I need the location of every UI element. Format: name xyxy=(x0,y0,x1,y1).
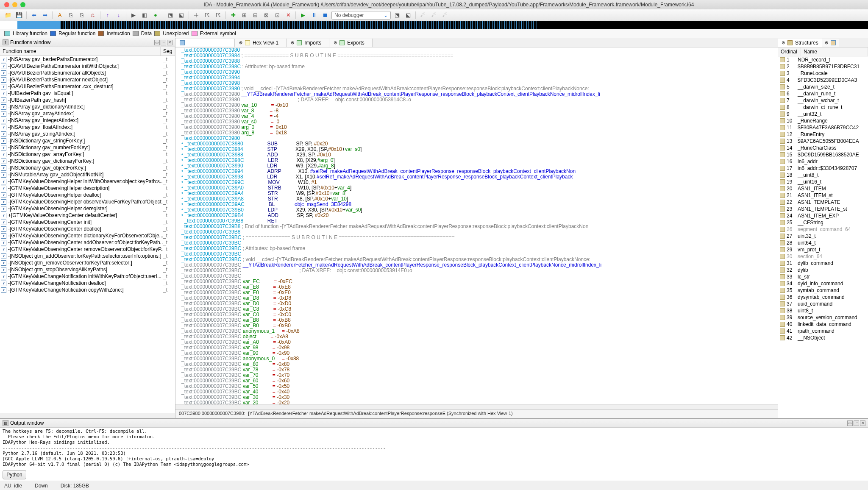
struct-row[interactable]: 39source_version_command xyxy=(778,314,868,321)
struct-row[interactable]: 12_RuneEntry xyxy=(778,131,868,138)
d3-icon[interactable]: ☄ xyxy=(418,11,428,19)
struct-row[interactable]: 9__uint32_t xyxy=(778,111,868,117)
struct-row[interactable]: 29vm_prot_t xyxy=(778,246,868,253)
flag-icon[interactable]: ▶ xyxy=(129,11,138,19)
struct-row[interactable]: 10_RuneRange xyxy=(778,117,868,124)
struct-row[interactable]: 14_RuneCharClass xyxy=(778,145,868,151)
function-row[interactable]: f-[NSArray gav_integerAtIndex:]_t xyxy=(0,117,175,124)
max-light[interactable] xyxy=(20,2,25,7)
functions-list[interactable]: f-[NSArray gav_bezierPathsEnumerator]_tf… xyxy=(0,56,175,413)
min-light[interactable] xyxy=(12,2,17,7)
function-row[interactable]: f-[GTMKeyValueObservingCenter removeObse… xyxy=(0,246,175,253)
struct-row[interactable]: 35symtab_command xyxy=(778,287,868,294)
tool-a-icon[interactable]: A xyxy=(55,11,64,19)
struct-row[interactable]: 5__darwin_size_t xyxy=(778,84,868,90)
struct-row[interactable]: 41rpath_command xyxy=(778,328,868,334)
function-row[interactable]: f-[UIBezierPath gav_hash]_t xyxy=(0,97,175,103)
function-row[interactable]: f-[GAVUIBezierPathsEnumerator initWithOb… xyxy=(0,63,175,70)
tab-exports[interactable]: ⊗Exports xyxy=(329,39,373,47)
functions-scroll-x[interactable] xyxy=(0,413,175,418)
struct-row[interactable]: 25__CFString xyxy=(778,219,868,226)
function-row[interactable]: f-[UIBezierPath gav_isEqual:]_t xyxy=(0,90,175,97)
out-close-icon[interactable]: ✕ xyxy=(860,420,865,426)
function-row[interactable]: f-[GTMKeyValueObservingCenter init]_t xyxy=(0,219,175,226)
struct-row[interactable]: 42__NSObject xyxy=(778,334,868,341)
function-row[interactable]: f-[GTMKeyValueObservingHelper dealloc]_t xyxy=(0,192,175,198)
struct-list[interactable]: 1NDR_record_t2$B8B9B85B971E3DBFC313_Rune… xyxy=(778,56,868,418)
debugger-select[interactable]: No debugger ⌄ xyxy=(331,11,391,19)
function-row[interactable]: f-[NSDictionary gav_arrayForKey:]_t xyxy=(0,151,175,158)
up-icon[interactable]: ↑ xyxy=(103,11,112,19)
out-dock-icon[interactable]: ▭ xyxy=(847,420,853,426)
pane-close-icon[interactable]: ✕ xyxy=(167,40,172,45)
back-icon[interactable]: ⬅ xyxy=(29,11,39,19)
function-row[interactable]: f-[NSDictionary gav_numberForKey:]_t xyxy=(0,144,175,151)
struct-row[interactable]: 8__darwin_ct_rune_t xyxy=(778,104,868,111)
struct-row[interactable]: 22ASN1_TEMPLATE xyxy=(778,199,868,206)
function-row[interactable]: f-[NSArray gav_stringAtIndex:]_t xyxy=(0,131,175,137)
function-row[interactable]: f-[NSObject gtm_addObserver:forKeyPath:s… xyxy=(0,253,175,259)
function-row[interactable]: f-[GTMKeyValueObservingHelper deregister… xyxy=(0,205,175,212)
output-text[interactable]: The hotkeys are F5: decompile, Ctrl-F5: … xyxy=(0,428,868,469)
struct-row[interactable]: 18__uint8_t xyxy=(778,172,868,178)
function-row[interactable]: f-[GTMKeyValueObservingCenter dictionary… xyxy=(0,232,175,239)
struct-row[interactable]: 26segment_command_64 xyxy=(778,226,868,233)
struct-row[interactable]: 40linkedit_data_command xyxy=(778,321,868,328)
tool-d-icon[interactable]: ⎌ xyxy=(88,11,97,19)
struct-row[interactable]: 38uint8_t xyxy=(778,307,868,314)
d5-icon[interactable]: ☄ xyxy=(440,11,450,19)
function-row[interactable]: f-[GAVUIBezierPathsEnumerator allObjects… xyxy=(0,70,175,76)
box-icon[interactable]: ◧ xyxy=(140,11,149,19)
x-icon[interactable]: ✕ xyxy=(284,11,293,19)
struct-row[interactable]: 37uuid_command xyxy=(778,301,868,307)
function-row[interactable]: f+[GTMKeyValueObservingCenter defaultCen… xyxy=(0,212,175,219)
pane-opts-icon[interactable]: ⋯ xyxy=(161,40,166,45)
tab-ida-view[interactable] xyxy=(175,39,235,47)
t5-icon[interactable]: ☈ xyxy=(214,11,223,19)
out-opts-icon[interactable]: ⋯ xyxy=(854,420,859,426)
function-row[interactable]: f-[NSArray gav_dictionaryAtIndex:]_t xyxy=(0,103,175,110)
python-button[interactable]: Python xyxy=(3,470,26,479)
struct-row[interactable]: 19__uint16_t xyxy=(778,178,868,185)
t10-icon[interactable]: ⊡ xyxy=(273,11,282,19)
fwd-icon[interactable]: ➡ xyxy=(40,11,50,19)
function-row[interactable]: f-[NSMutableArray gav_addObjectIfNotNil:… xyxy=(0,171,175,178)
t2-icon[interactable]: ⬕ xyxy=(177,11,186,19)
disasm-scroll-x[interactable] xyxy=(175,404,778,409)
tool-b-icon[interactable]: ⎘ xyxy=(66,11,75,19)
struct-row[interactable]: 31dylib_command xyxy=(778,260,868,267)
tab-hex-view[interactable]: ⊗Hex View-1 xyxy=(235,39,287,47)
function-row[interactable]: f-[GTMKeyValueChangeNotification dealloc… xyxy=(0,280,175,287)
col-func-name[interactable]: Function name xyxy=(0,47,161,56)
struct-row[interactable]: 7__darwin_wchar_t xyxy=(778,97,868,104)
t4-icon[interactable]: ☈ xyxy=(203,11,212,19)
t8-icon[interactable]: ⊟ xyxy=(250,11,260,19)
t7-icon[interactable]: ⊞ xyxy=(239,11,249,19)
function-row[interactable]: f-[NSArray gav_bezierPathsEnumerator]_t xyxy=(0,56,175,63)
struct-row[interactable]: 17in6_addr::$330434928707 xyxy=(778,165,868,172)
function-row[interactable]: f-[GAVUIBezierPathsEnumerator nextObject… xyxy=(0,76,175,83)
play-icon[interactable]: ▶ xyxy=(298,11,308,19)
struct-row[interactable]: 23ASN1_TEMPLATE_st xyxy=(778,206,868,212)
pane-dock-icon[interactable]: ▭ xyxy=(154,40,160,45)
col-seg[interactable]: Seg xyxy=(161,47,175,56)
pause-icon[interactable]: ⏸ xyxy=(309,11,319,19)
struct-row[interactable]: 27uint32_t xyxy=(778,233,868,239)
struct-row[interactable]: 4$FD3C3D52399ED0C4A3 xyxy=(778,77,868,84)
tab-structures[interactable]: ⊗Structures xyxy=(778,39,822,47)
struct-row[interactable]: 20ASN1_ITEM xyxy=(778,185,868,192)
rec-icon[interactable]: ● xyxy=(151,11,160,19)
struct-row[interactable]: 2$B8B9B85B971E3DBFC31 xyxy=(778,63,868,70)
function-row[interactable]: f-[NSObject gtm_stopObservingAllKeyPaths… xyxy=(0,266,175,273)
d2-icon[interactable]: ⬕ xyxy=(403,11,413,19)
struct-row[interactable]: 36dysymtab_command xyxy=(778,294,868,301)
tab-unknown[interactable]: ⊗ xyxy=(822,39,839,47)
struct-row[interactable]: 30section_64 xyxy=(778,253,868,260)
struct-row[interactable]: 32dylib xyxy=(778,267,868,273)
function-row[interactable]: f-[NSArray gav_floatAtIndex:]_t xyxy=(0,124,175,131)
close-light[interactable] xyxy=(4,2,9,7)
function-row[interactable]: f-[NSArray gav_arrayAtIndex:]_t xyxy=(0,110,175,117)
struct-row[interactable]: 6__darwin_rune_t xyxy=(778,90,868,97)
t9-icon[interactable]: ⊠ xyxy=(262,11,271,19)
function-row[interactable]: f-[NSDictionary gav_stringForKey:]_t xyxy=(0,137,175,144)
